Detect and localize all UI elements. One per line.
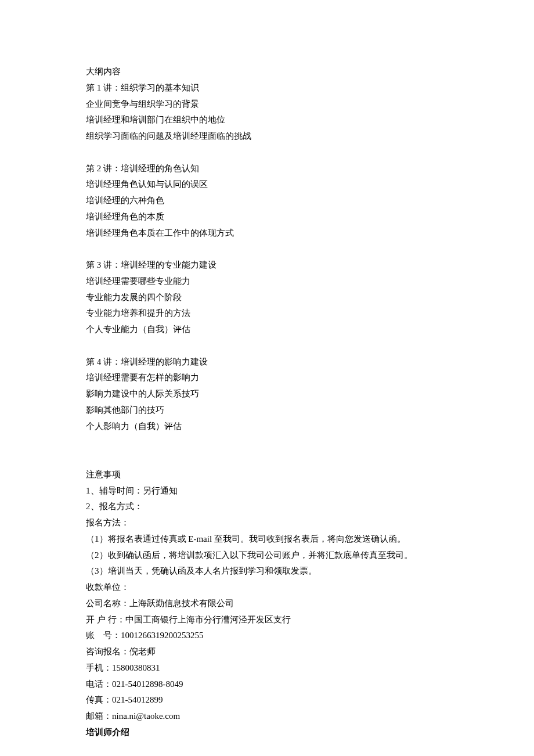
notes-line11: 咨询报名：倪老师 [86,644,448,660]
notes-line15: 邮箱：nina.ni@taoke.com [86,708,448,725]
section4-line4: 个人影响力（自我）评估 [86,419,448,435]
section3-line1: 培训经理需要哪些专业能力 [86,273,448,290]
section1-line3: 组织学习面临的问题及培训经理面临的挑战 [86,128,448,145]
notes-line5: （2）收到确认函后，将培训款项汇入以下我司公司账户，并将汇款底单传真至我司。 [86,548,448,564]
section2-title: 第 2 讲：培训经理的角色认知 [86,161,448,177]
notes-line7: 收款单位： [86,579,448,596]
section4-title: 第 4 讲：培训经理的影响力建设 [86,354,448,370]
blank-spacer [86,145,448,161]
notes-line8: 公司名称：上海跃勤信息技术有限公司 [86,596,448,612]
notes-line10: 账 号：1001266319200253255 [86,628,448,644]
section2-line4: 培训经理角色本质在工作中的体现方式 [86,225,448,242]
notes-line13: 电话：021-54012898-8049 [86,676,448,693]
section4-line1: 培训经理需要有怎样的影响力 [86,370,448,386]
notes-heading: 注意事项 [86,467,448,483]
section3-line2: 专业能力发展的四个阶段 [86,290,448,306]
outline-heading: 大纲内容 [86,64,448,80]
section3-line4: 个人专业能力（自我）评估 [86,322,448,338]
notes-line2: 2、报名方式： [86,499,448,515]
notes-line1: 1、辅导时间：另行通知 [86,483,448,499]
notes-line12: 手机：15800380831 [86,660,448,676]
section2-line2: 培训经理的六种角色 [86,193,448,209]
section2-line1: 培训经理角色认知与认同的误区 [86,177,448,193]
blank-spacer [86,434,448,451]
section1-line1: 企业间竞争与组织学习的背景 [86,96,448,113]
notes-line3: 报名方法： [86,515,448,531]
blank-spacer [86,338,448,354]
notes-line6: （3）培训当天，凭确认函及本人名片报到学习和领取发票。 [86,563,448,579]
trainer-heading: 培训师介绍 [86,725,448,741]
section3-line3: 专业能力培养和提升的方法 [86,305,448,322]
section4-line2: 影响力建设中的人际关系技巧 [86,386,448,402]
notes-line14: 传真：021-54012899 [86,692,448,708]
section1-title: 第 1 讲：组织学习的基本知识 [86,80,448,96]
notes-line4: （1）将报名表通过传真或 E-mail 至我司。我司收到报名表后，将向您发送确认… [86,531,448,548]
section3-title: 第 3 讲：培训经理的专业能力建设 [86,257,448,273]
blank-spacer [86,241,448,257]
blank-spacer [86,451,448,467]
notes-line9: 开 户 行：中国工商银行上海市分行漕河泾开发区支行 [86,612,448,628]
section1-line2: 培训经理和培训部门在组织中的地位 [86,112,448,128]
section4-line3: 影响其他部门的技巧 [86,402,448,419]
section2-line3: 培训经理角色的本质 [86,209,448,225]
